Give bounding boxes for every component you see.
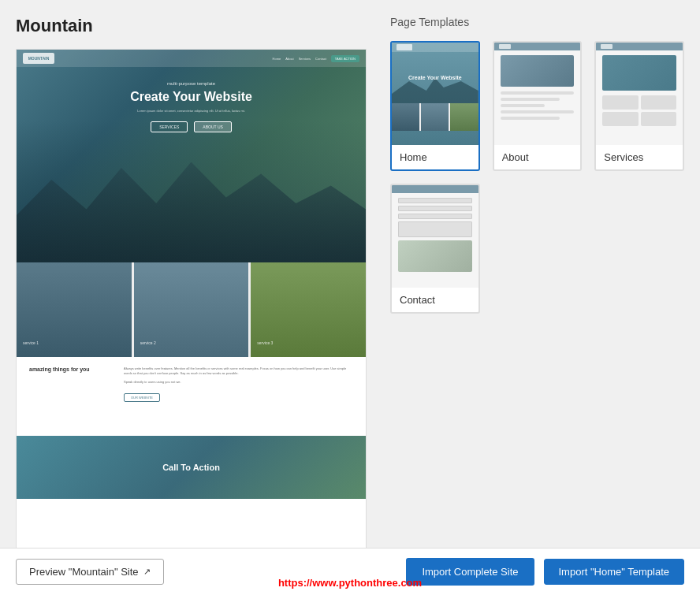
mini-cta-section: Call To Action: [17, 436, 366, 499]
about-thumbnail: [494, 43, 581, 145]
nav-about: About: [285, 57, 293, 61]
thumb-services-hero: [602, 55, 676, 91]
thumb-service-3: [450, 103, 478, 131]
about-btn: OUR WEBSITE: [124, 393, 160, 402]
thumb-services-item-1: [602, 95, 638, 110]
watermark: https://www.pythonthree.com: [278, 577, 422, 589]
nav-services: Services: [299, 57, 311, 61]
thumb-contact-bg: [392, 185, 478, 288]
services-thumbnail: [596, 43, 683, 145]
thumb-services-logo: [601, 44, 612, 49]
thumb-contact-nav: [392, 185, 478, 193]
thumb-home-bg: Create Your Website: [392, 43, 478, 145]
thumb-home-nav: [392, 43, 478, 52]
preview-site-button[interactable]: Preview "Mountain" Site ↗: [16, 559, 164, 585]
mini-hero-content: multi-purpose template Create Your Websi…: [17, 81, 366, 132]
thumb-home-logo: [397, 44, 412, 50]
hero-buttons: SERVICES ABOUT US: [17, 121, 366, 132]
service-label-3: service 3: [257, 340, 273, 345]
thumb-home-text: Create Your Website: [408, 75, 462, 80]
service-card-1: service 1: [17, 262, 132, 357]
about-left: amazing things for you: [29, 366, 108, 426]
thumb-services-item-2: [641, 95, 676, 110]
service-label-1: service 1: [23, 340, 39, 345]
mini-nav-links: Home About Services Contact TAKE ACTION: [273, 55, 359, 62]
thumb-home-hero: Create Your Website: [392, 52, 478, 103]
service-card-2: service 2: [134, 262, 249, 357]
thumb-contact-textarea: [398, 221, 472, 237]
thumb-services-item-4: [641, 112, 676, 126]
thumb-services-grid: [602, 95, 676, 126]
import-template-button[interactable]: Import "Home" Template: [544, 559, 685, 585]
mini-hero: MOUNTAIN Home About Services Contact TAK…: [17, 50, 366, 262]
hero-description: Lorem ipsum dolor sit amet, consectetur …: [17, 109, 366, 113]
thumb-contact-field-1: [398, 198, 472, 203]
thumb-services-bg: [596, 43, 683, 145]
about-link: Speak directly to users using you not we…: [124, 380, 353, 385]
external-link-icon: ↗: [143, 567, 151, 577]
thumb-about-line-4: [501, 110, 575, 113]
about-template-label: About: [494, 145, 581, 169]
thumb-services-nav: [596, 43, 683, 50]
mini-nav: MOUNTAIN Home About Services Contact TAK…: [17, 50, 366, 67]
templates-grid: Create Your Website Home: [390, 41, 684, 314]
thumb-about-line-3: [501, 104, 545, 107]
thumb-service-2: [421, 103, 449, 131]
hero-services-btn: SERVICES: [151, 121, 188, 132]
thumb-about-bg: [494, 43, 581, 145]
service-label-2: service 2: [140, 340, 156, 345]
about-title: amazing things for you: [29, 366, 108, 372]
template-card-about[interactable]: About: [493, 41, 583, 171]
right-panel: Page Templates Create Your Website: [390, 16, 684, 579]
template-card-services[interactable]: Services: [594, 41, 684, 171]
about-text: Always write benefits over features. Men…: [124, 366, 353, 377]
hero-mountains-bg: [17, 121, 366, 262]
cta-text: Call To Action: [162, 463, 220, 472]
mini-site: MOUNTAIN Home About Services Contact TAK…: [17, 50, 366, 578]
contact-thumbnail: [392, 185, 478, 288]
template-card-home[interactable]: Create Your Website Home: [390, 41, 480, 171]
thumb-about-img: [501, 55, 575, 87]
services-template-label: Services: [596, 145, 683, 169]
thumb-service-1: [392, 103, 419, 131]
contact-template-label: Contact: [392, 288, 478, 312]
import-complete-button[interactable]: Import Complete Site: [406, 558, 534, 586]
about-right: Always write benefits over features. Men…: [124, 366, 353, 426]
thumb-about-line-1: [501, 91, 575, 95]
thumb-services-item-3: [602, 112, 638, 126]
mini-services-section: service 1 service 2 service 3: [17, 262, 366, 357]
thumb-about-line-2: [501, 98, 560, 101]
nav-cta-btn: TAKE ACTION: [331, 55, 359, 62]
templates-section-title: Page Templates: [390, 16, 684, 28]
mini-about-section: amazing things for you Always write bene…: [17, 357, 366, 436]
main-container: Mountain MOUNTAIN Home About Services Co…: [0, 0, 700, 595]
template-card-contact[interactable]: Contact: [390, 184, 480, 314]
preview-container: MOUNTAIN Home About Services Contact TAK…: [16, 49, 367, 579]
mini-logo-icon: MOUNTAIN: [23, 53, 54, 64]
nav-home: Home: [273, 57, 281, 61]
preview-site-label: Preview "Mountain" Site: [29, 566, 139, 578]
thumb-about-logo: [499, 44, 511, 49]
theme-title: Mountain: [16, 16, 367, 36]
thumb-home-services: [392, 103, 478, 131]
thumb-about-nav: [494, 43, 581, 50]
thumb-contact-field-3: [398, 214, 472, 219]
hero-subtitle: multi-purpose template: [17, 81, 366, 86]
thumb-contact-field-2: [398, 206, 472, 211]
nav-contact: Contact: [315, 57, 326, 61]
thumb-about-line-5: [501, 117, 560, 120]
service-card-3: service 3: [251, 262, 366, 357]
hero-about-btn: ABOUT US: [194, 121, 231, 132]
hero-title: Create Your Website: [17, 89, 366, 104]
home-template-label: Home: [392, 145, 478, 169]
home-thumbnail: Create Your Website: [392, 43, 478, 145]
thumb-contact-form: [398, 198, 472, 237]
left-panel: Mountain MOUNTAIN Home About Services Co…: [16, 16, 367, 579]
thumb-contact-map: [398, 240, 472, 272]
